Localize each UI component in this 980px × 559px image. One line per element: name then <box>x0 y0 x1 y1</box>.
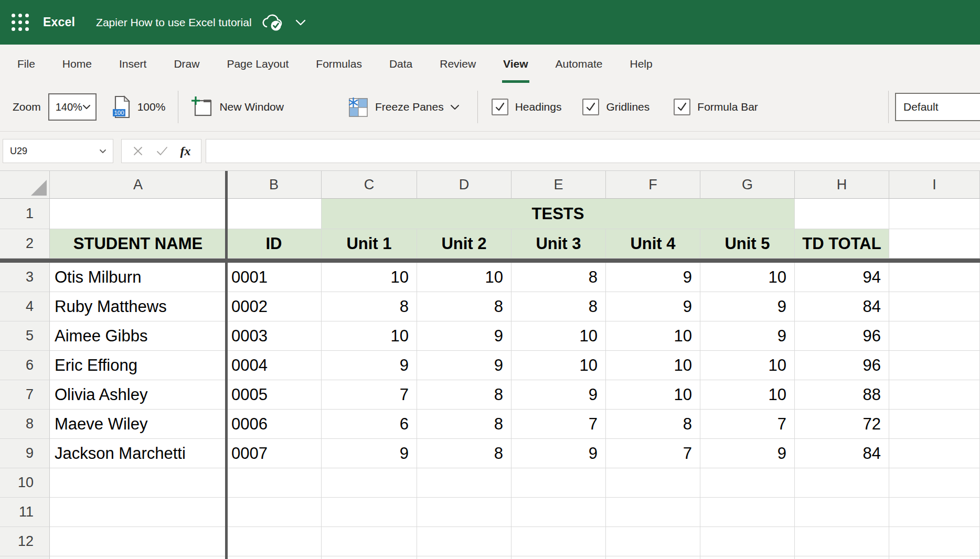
cell-unit-2[interactable]: 8 <box>417 292 512 321</box>
headings-label[interactable]: Headings <box>515 101 562 113</box>
new-window-button[interactable]: New Window <box>191 96 284 117</box>
menu-item-automate[interactable]: Automate <box>556 45 603 83</box>
cell-id[interactable]: 0005 <box>227 380 322 410</box>
cell-unit-2[interactable]: 9 <box>417 351 512 380</box>
freeze-panes-button[interactable]: Freeze Panes <box>347 96 460 118</box>
cell-id[interactable]: 0006 <box>227 410 322 439</box>
cell-unit-2[interactable]: 10 <box>417 263 512 292</box>
row-header[interactable]: 12 <box>0 527 50 556</box>
header-cell-unit-2[interactable]: Unit 2 <box>417 229 512 259</box>
select-all-corner-icon[interactable] <box>0 171 50 199</box>
cell-td-total[interactable]: 96 <box>795 351 889 380</box>
header-cell-id[interactable]: ID <box>227 229 322 259</box>
cell-id[interactable]: 0001 <box>227 263 322 292</box>
cell-td-total[interactable]: 84 <box>795 439 889 468</box>
cell-student-name[interactable]: Maeve Wiley <box>50 410 227 439</box>
cell[interactable] <box>889 468 980 498</box>
cell-unit-4[interactable]: 10 <box>606 351 700 380</box>
cell[interactable] <box>889 229 980 259</box>
cell[interactable] <box>889 380 980 410</box>
title-chevron-down-icon[interactable] <box>295 19 306 26</box>
cell[interactable] <box>889 292 980 321</box>
cloud-saved-icon[interactable] <box>260 13 284 32</box>
row-header[interactable]: 2 <box>0 229 50 259</box>
row-header[interactable]: 9 <box>0 439 50 468</box>
cell[interactable] <box>50 556 227 559</box>
cell-unit-3[interactable]: 10 <box>512 321 606 351</box>
cell-unit-5[interactable]: 9 <box>700 439 795 468</box>
header-cell-td-total[interactable]: TD TOTAL <box>795 229 889 259</box>
cell-unit-5[interactable] <box>700 468 795 498</box>
row-header[interactable]: 1 <box>0 199 50 229</box>
menu-item-review[interactable]: Review <box>440 45 476 83</box>
cell-name-box[interactable]: U29 <box>3 139 113 163</box>
cell[interactable] <box>889 321 980 351</box>
cell-unit-1[interactable]: 6 <box>322 410 417 439</box>
cell[interactable] <box>889 263 980 292</box>
row-header[interactable]: 3 <box>0 263 50 292</box>
cell[interactable] <box>889 498 980 527</box>
cell-td-total[interactable]: 88 <box>795 380 889 410</box>
menu-item-file[interactable]: File <box>17 45 35 83</box>
cell-unit-4[interactable]: 9 <box>606 292 700 321</box>
cell-unit-1[interactable]: 9 <box>322 351 417 380</box>
formula-bar-label[interactable]: Formula Bar <box>697 101 758 113</box>
cell-unit-1[interactable]: 10 <box>322 263 417 292</box>
tests-banner-cell[interactable]: TESTS <box>322 199 795 229</box>
cell-unit-2[interactable] <box>417 468 512 498</box>
zoom-level-dropdown[interactable]: 140% <box>48 93 97 121</box>
menu-item-draw[interactable]: Draw <box>174 45 199 83</box>
cell[interactable] <box>889 351 980 380</box>
header-cell-unit-4[interactable]: Unit 4 <box>606 229 700 259</box>
row-header[interactable]: 7 <box>0 380 50 410</box>
gridlines-toggle[interactable]: Gridlines <box>582 99 649 115</box>
cell[interactable] <box>889 556 980 559</box>
cell-student-name[interactable] <box>50 527 227 556</box>
enter-icon[interactable] <box>156 146 168 156</box>
cell-unit-1[interactable] <box>322 498 417 527</box>
cell-unit-4[interactable] <box>606 468 700 498</box>
column-header-i[interactable]: I <box>889 171 980 199</box>
menu-item-home[interactable]: Home <box>62 45 92 83</box>
cell-td-total[interactable]: 94 <box>795 263 889 292</box>
cell[interactable] <box>606 556 700 559</box>
cell-student-name[interactable]: Olivia Ashley <box>50 380 227 410</box>
cell-unit-1[interactable]: 9 <box>322 439 417 468</box>
header-cell-student-name[interactable]: STUDENT NAME <box>50 229 227 259</box>
menu-item-page-layout[interactable]: Page Layout <box>227 45 289 83</box>
cell-student-name[interactable]: Aimee Gibbs <box>50 321 227 351</box>
cell[interactable] <box>795 199 889 229</box>
cell-id[interactable]: 0004 <box>227 351 322 380</box>
formula-bar-toggle[interactable]: Formula Bar <box>674 99 758 115</box>
cell-student-name[interactable] <box>50 498 227 527</box>
menu-item-insert[interactable]: Insert <box>119 45 147 83</box>
cell-student-name[interactable]: Otis Milburn <box>50 263 227 292</box>
cell[interactable] <box>889 527 980 556</box>
cancel-icon[interactable] <box>132 145 144 157</box>
formula-bar-checkbox[interactable] <box>674 99 690 115</box>
column-header-e[interactable]: E <box>512 171 606 199</box>
cell-id[interactable]: 0003 <box>227 321 322 351</box>
formula-input[interactable] <box>206 139 980 163</box>
insert-function-icon[interactable]: fx <box>180 144 191 158</box>
cell[interactable] <box>889 199 980 229</box>
cell-unit-1[interactable] <box>322 527 417 556</box>
cell-student-name[interactable] <box>50 468 227 498</box>
cell-unit-5[interactable] <box>700 527 795 556</box>
cell-unit-5[interactable]: 7 <box>700 410 795 439</box>
cell-unit-5[interactable]: 10 <box>700 263 795 292</box>
row-header[interactable]: 8 <box>0 410 50 439</box>
cell-unit-2[interactable] <box>417 527 512 556</box>
cell-student-name[interactable]: Eric Effiong <box>50 351 227 380</box>
cell-unit-3[interactable] <box>512 527 606 556</box>
cell-unit-5[interactable]: 9 <box>700 321 795 351</box>
zoom-to-100-button[interactable]: 100 100% <box>112 95 166 119</box>
cell-unit-4[interactable]: 7 <box>606 439 700 468</box>
cell[interactable] <box>512 556 606 559</box>
column-header-b[interactable]: B <box>227 171 322 199</box>
cell-unit-4[interactable]: 10 <box>606 380 700 410</box>
cell-unit-2[interactable]: 8 <box>417 410 512 439</box>
header-cell-unit-1[interactable]: Unit 1 <box>322 229 417 259</box>
row-header[interactable]: 5 <box>0 321 50 351</box>
sheet-view-dropdown[interactable]: Default <box>895 93 980 121</box>
